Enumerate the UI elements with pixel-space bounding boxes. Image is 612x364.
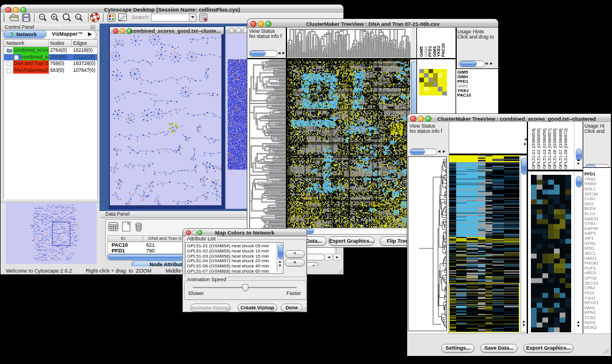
svg-text:1:1: 1:1 [76, 16, 81, 19]
svg-text:Search:: Search: [132, 14, 150, 20]
